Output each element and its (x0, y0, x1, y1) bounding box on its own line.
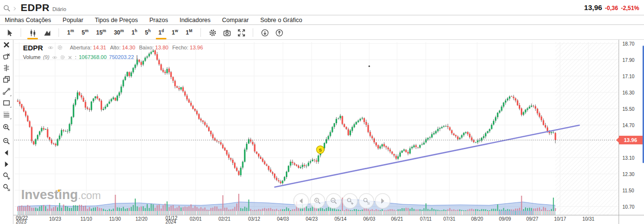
ohlc-field: Fecho:13.96 (172, 45, 203, 50)
shape-rect-icon[interactable] (2, 99, 11, 107)
x-axis-label: 09/222023 (16, 216, 28, 224)
chart-area[interactable]: S Investing.com EDPR Abertura:14.31Alto:… (13, 40, 619, 215)
menu-item-tipos-de-precos[interactable]: Tipos de Preços (95, 17, 138, 24)
toolbar-separator (200, 28, 201, 37)
price-axis[interactable]: 13.96 18.7017.9017.1016.3015.5014.7013.1… (619, 40, 644, 215)
timeframe-1h-button[interactable]: 1h (128, 27, 141, 38)
copy-icon[interactable] (2, 75, 11, 84)
last-price: 13,96 (584, 3, 602, 12)
x-axis-label: 07/31 (441, 216, 457, 222)
pan-left-control (294, 194, 309, 209)
erase-icon[interactable] (2, 52, 11, 61)
x-axis-label: 02/01 (187, 216, 204, 222)
trendline-icon[interactable] (2, 87, 11, 96)
x-axis-label: 10/31 (580, 216, 597, 222)
eye-icon[interactable] (52, 55, 58, 60)
measure-icon[interactable] (2, 64, 11, 72)
candlestick-chart[interactable]: S (13, 40, 619, 215)
close-icon[interactable] (2, 41, 11, 49)
menu-item-prazos[interactable]: Prazos (150, 17, 168, 24)
x-axis-label: 01/122024 (165, 216, 177, 224)
legend-symbol: EDPR (23, 44, 43, 51)
menu-item-popular[interactable]: Popular (63, 17, 83, 24)
timeframe-15m-button[interactable]: 15m (93, 27, 110, 38)
header: EDPR Diário 13,96 -0,36 -2,51% (0, 0, 644, 15)
timeframe-30m-button[interactable]: 30m (110, 27, 127, 38)
close-icon[interactable] (68, 55, 72, 60)
x-axis-label: 09/09 (497, 216, 513, 222)
price-change: -0,36 (605, 5, 618, 12)
x-axis-label: 02/21 (216, 216, 233, 222)
candles-icon[interactable] (26, 27, 39, 38)
pattern-lines-icon[interactable] (2, 110, 11, 119)
zoom-out-icon[interactable] (2, 137, 11, 146)
zoom-reset-icon[interactable] (2, 183, 11, 192)
interval-label: Diário (52, 6, 66, 12)
x-axis-label: 03/12 (246, 216, 262, 222)
pan-zoom-icon[interactable] (2, 172, 11, 180)
header-quote: 13,96 -0,36 -2,51% (584, 3, 641, 12)
gear-icon[interactable] (57, 45, 63, 50)
timeframe-5m-button[interactable]: 5m (78, 27, 92, 38)
circle-down-icon[interactable] (258, 27, 271, 38)
x-axis-label: 07/11 (418, 216, 434, 222)
camera-icon[interactable] (221, 27, 233, 38)
pan-right-icon[interactable] (2, 160, 11, 169)
menu-item-minhas-cotacoes[interactable]: Minhas Cotações (5, 17, 51, 24)
volume-period: (9) (43, 55, 49, 60)
x-axis-label: 10/23 (47, 216, 63, 222)
pan-right-control (375, 194, 390, 209)
timeframe-1m-button[interactable]: 1m (64, 27, 77, 38)
expand-icon[interactable] (235, 27, 247, 38)
pan-left-icon[interactable] (2, 149, 11, 157)
price-change-pct: -2,51% (621, 5, 639, 12)
menu-item-sobre-o-grafico[interactable]: Sobre o Gráfico (260, 17, 303, 24)
y-axis-label: 13.10 (622, 155, 634, 161)
timeframe-1w-button[interactable]: 1w (168, 27, 181, 38)
volume-tail: | (136, 55, 138, 60)
header-left: EDPR Diário (3, 2, 584, 13)
menu-item-indicadores[interactable]: Indicadores (179, 17, 211, 24)
toolbar-separator (59, 28, 59, 37)
axis-corner (619, 215, 644, 224)
split-marker: S (316, 146, 324, 153)
zoom-out-control (327, 194, 341, 209)
toolbar: 1m5m15m30m1h5h1d1w1M (0, 26, 644, 40)
timeframe-5h-button[interactable]: 5h (141, 27, 154, 38)
ohlc-fields: Abertura:14.31Alto:14.30Baixo:13.80Fecho… (66, 45, 203, 50)
panel-chevron-icon[interactable] (12, 5, 18, 13)
gear-icon[interactable] (60, 55, 65, 60)
search-icon[interactable] (3, 4, 11, 14)
toolbar-separator (21, 28, 21, 37)
x-axis-label: 04/23 (304, 216, 320, 222)
timeframe-1M-button[interactable]: 1M (182, 27, 196, 38)
menubar: Minhas CotaçõesPopularTipos de PreçosPra… (0, 15, 644, 25)
zoom-in-icon[interactable] (2, 123, 11, 132)
volume-label: Volume (23, 55, 41, 60)
menu-item-comparar[interactable]: Comparar (222, 17, 249, 24)
y-axis-label: 11.50 (622, 188, 634, 193)
timeframe-1d-button[interactable]: 1d (155, 27, 167, 38)
area-icon[interactable] (41, 27, 53, 38)
time-axis[interactable]: 09/22202310/2311/1011/3012/2001/12202402… (13, 215, 619, 224)
zoom-in-control (310, 194, 325, 209)
y-axis-label: 16.30 (622, 90, 634, 95)
circle-up-icon[interactable] (273, 27, 285, 38)
y-axis-label: 14.70 (622, 123, 634, 128)
legend-volume-row: Volume (9) : 1067368.00 750203.22 | (23, 53, 203, 61)
cursor-icon[interactable] (3, 27, 15, 38)
eye-icon[interactable] (47, 45, 54, 51)
y-axis-label: 15.50 (622, 106, 634, 112)
volume-colon: : (75, 55, 76, 60)
x-axis-label: 11/10 (78, 216, 94, 222)
minimap-strip[interactable] (18, 211, 555, 215)
y-axis-label: 10.70 (622, 204, 634, 210)
gear-icon[interactable] (206, 27, 219, 38)
ohlc-field: Alto:14.30 (110, 45, 135, 50)
current-price-tag: 13.96 (619, 136, 643, 144)
candles-layer (17, 49, 556, 184)
cursor-artifact (368, 65, 370, 67)
svg-text:S: S (319, 147, 322, 153)
x-axis-label: 11/30 (107, 216, 123, 222)
x-axis-label: 10/17 (552, 216, 568, 222)
